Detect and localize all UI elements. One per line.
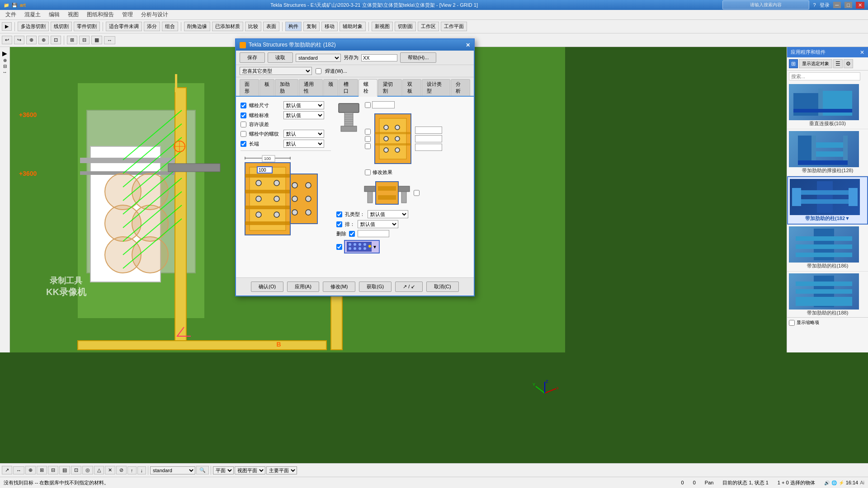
delete-checkbox[interactable] <box>349 231 355 237</box>
tool-b[interactable]: ↪ <box>14 36 24 44</box>
menu-item-manage[interactable]: 管理 <box>118 10 137 19</box>
cancel-btn[interactable]: 取消(C) <box>426 282 458 292</box>
display-selected-btn[interactable]: 显示选定对象 <box>799 59 832 68</box>
apply-btn[interactable]: 应用(A) <box>287 282 319 292</box>
menu-item-file[interactable]: 文件 <box>2 10 20 19</box>
tab-double[interactable]: 双板 <box>402 79 422 96</box>
tab-cut[interactable]: 梁切割 <box>378 79 402 96</box>
bt-5[interactable]: ⊟ <box>48 466 58 474</box>
modify-btn[interactable]: 修改(M) <box>323 282 356 292</box>
tool-i[interactable]: ↔ <box>104 36 115 44</box>
modal-load-btn[interactable]: 读取 <box>268 52 293 63</box>
search-input-title[interactable]: 请输入搜索内容 <box>722 0 809 9</box>
bt-6[interactable]: ▤ <box>59 466 70 474</box>
component-item-103[interactable]: 垂直连接板(103) <box>787 82 868 129</box>
new-view-btn[interactable]: 新视图 <box>372 22 393 31</box>
bt-3[interactable]: ⊕ <box>25 466 36 474</box>
polygon-cut-btn[interactable]: 多边形切割 <box>18 22 49 31</box>
menu-item-drawings[interactable]: 图纸和报告 <box>83 10 118 19</box>
view-plane-select[interactable]: 视图平面 <box>235 466 265 474</box>
cb-left-top[interactable] <box>365 129 371 135</box>
bolt-size-select[interactable]: 默认值 <box>283 101 324 109</box>
chamfer-btn[interactable]: 削角边缘 <box>184 22 210 31</box>
view-mode-select[interactable]: 平面 <box>213 466 234 474</box>
tab-stiffener[interactable]: 加劲肋 <box>275 79 299 96</box>
delete-input[interactable] <box>358 230 389 237</box>
confirm-btn[interactable]: 确认(O) <box>251 282 283 292</box>
menu-item-edit[interactable]: 编辑 <box>45 10 63 19</box>
bolt-standard-select[interactable]: 默认值 <box>283 111 324 119</box>
component-item-188[interactable]: 带加肋助的柱(188) <box>787 272 868 317</box>
modal-save-name-input[interactable] <box>361 54 397 61</box>
tab-face[interactable]: 面形 <box>240 79 259 96</box>
input-r1[interactable] <box>372 101 395 108</box>
left-tool-1[interactable]: ▶ <box>2 50 7 57</box>
main-plane-select[interactable]: 主要平面 <box>266 466 297 474</box>
bt-8[interactable]: ◎ <box>82 466 93 474</box>
compare-btn[interactable]: 比较 <box>245 22 261 31</box>
gap-checkbox[interactable] <box>336 221 342 227</box>
bt-zoom[interactable]: 🔍 <box>196 466 209 474</box>
tab-design[interactable]: 设计类型 <box>422 79 450 96</box>
bolt-size-checkbox[interactable] <box>241 103 246 108</box>
cb-r1[interactable] <box>365 102 371 108</box>
get-btn[interactable]: 获取(G) <box>359 282 392 292</box>
tab-bolt[interactable]: 螺栓 <box>359 79 378 97</box>
tool-a[interactable]: ↩ <box>2 36 12 44</box>
modal-close-btn[interactable]: ✕ <box>466 42 470 48</box>
bt-1[interactable]: ↗ <box>2 466 12 474</box>
cb-left-bot[interactable] <box>365 143 371 149</box>
filter-btn[interactable]: ⚙ <box>844 59 853 68</box>
tool-c[interactable]: ⊕ <box>26 36 37 44</box>
input-col-2[interactable] <box>415 135 442 142</box>
cb-left-mid[interactable] <box>365 136 371 142</box>
hole-type-select[interactable]: 默认值 <box>368 210 408 218</box>
component-item-182[interactable]: 带加肋助的柱(182▼ <box>787 176 868 225</box>
menu-item-view[interactable]: 视图 <box>64 10 82 19</box>
gap-select[interactable]: 默认值 <box>358 220 398 228</box>
pattern-checkbox[interactable] <box>336 244 342 250</box>
fit-parts-btn[interactable]: 适合零件未调 <box>106 22 142 31</box>
right-panel-close[interactable]: ✕ <box>860 49 864 56</box>
hole-type-checkbox[interactable] <box>336 211 342 217</box>
length-select[interactable]: 默认 <box>283 140 324 148</box>
tool-e[interactable]: ⊡ <box>51 36 61 44</box>
grid-view-btn[interactable]: ⊞ <box>789 59 798 68</box>
section-btn[interactable]: 切割面 <box>395 22 416 31</box>
tab-analysis[interactable]: 分析 <box>451 79 470 96</box>
login-btn[interactable]: 登录 <box>820 2 830 9</box>
tab-slot[interactable]: 槽口 <box>339 79 358 96</box>
thread-select[interactable]: 默认 <box>283 130 324 138</box>
component-btn[interactable]: 构件 <box>285 22 302 31</box>
show-thumbnail-checkbox[interactable] <box>789 320 795 326</box>
input-col-1[interactable] <box>415 127 442 134</box>
left-tool-4[interactable]: ↔ <box>3 70 7 75</box>
workspace-btn[interactable]: 工作区 <box>418 22 439 31</box>
left-tool-2[interactable]: ⊕ <box>3 58 7 63</box>
tab-beam[interactable]: 颈 <box>323 79 338 96</box>
weld-checkbox[interactable] <box>316 68 321 74</box>
bt-10[interactable]: ✕ <box>105 466 115 474</box>
cb-modify[interactable] <box>365 169 371 175</box>
surface-btn[interactable]: 表面 <box>263 22 279 31</box>
copy-btn[interactable]: 复制 <box>303 22 320 31</box>
left-tool-3[interactable]: ⊟ <box>3 64 7 69</box>
bt-11[interactable]: ⊘ <box>116 466 127 474</box>
bt-4[interactable]: ⊞ <box>37 466 47 474</box>
pattern-dropdown-arrow[interactable]: ▼ <box>373 244 377 249</box>
tool-h[interactable]: ▦ <box>91 36 102 44</box>
tolerance-checkbox[interactable] <box>241 122 246 127</box>
line-cut-btn[interactable]: 线切割 <box>51 22 72 31</box>
modal-preset-select[interactable]: standard <box>296 54 341 62</box>
move-btn[interactable]: 移动 <box>321 22 338 31</box>
bolt-standard-checkbox[interactable] <box>241 113 246 118</box>
component-item-128[interactable]: 带加肋助的撑接柱(128) <box>787 129 868 176</box>
pattern-selector[interactable]: ▼ <box>344 240 380 253</box>
part-cut-btn[interactable]: 零件切割 <box>74 22 100 31</box>
close-btn-main[interactable]: ✕ <box>856 2 864 9</box>
bolt-value-100[interactable] <box>257 166 273 174</box>
category-select[interactable]: 您喜其它类型 <box>240 67 312 75</box>
modal-help-btn[interactable]: 帮助(H)... <box>400 52 436 63</box>
added-material-btn[interactable]: 已添加材质 <box>212 22 243 31</box>
help-btn[interactable]: ? <box>813 2 816 8</box>
